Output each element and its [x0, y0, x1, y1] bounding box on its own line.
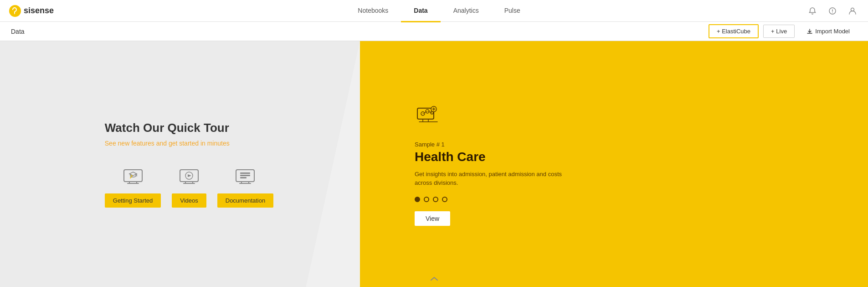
documentation-icon [232, 163, 258, 189]
documentation-button[interactable]: Documentation [217, 193, 273, 208]
dot-indicators [415, 197, 570, 202]
page-title: Data [11, 28, 709, 35]
download-icon [806, 28, 813, 35]
user-profile-icon[interactable] [846, 5, 859, 17]
left-panel: Watch Our Quick Tour See new features an… [0, 41, 360, 287]
nav-analytics[interactable]: Analytics [441, 0, 492, 22]
videos-button[interactable]: Videos [172, 193, 206, 208]
svg-rect-9 [240, 172, 250, 174]
dot-3[interactable] [433, 197, 438, 202]
svg-rect-11 [240, 177, 247, 178]
sub-bar: Data + ElastiCube + Live Import Model [0, 22, 868, 41]
tour-subtitle: See new features and get started in minu… [105, 140, 273, 147]
svg-point-14 [426, 110, 429, 113]
nav-pulse[interactable]: Pulse [492, 0, 533, 22]
svg-point-1 [14, 13, 15, 14]
videos-action: Videos [172, 163, 206, 208]
top-navigation: sisense Notebooks Data Analytics Pulse [0, 0, 868, 22]
documentation-action: Documentation [217, 163, 273, 208]
sample-label: Sample # 1 [415, 141, 570, 148]
main-content: Watch Our Quick Tour See new features an… [0, 41, 868, 287]
sample-description: Get insights into admission, patient adm… [415, 170, 570, 188]
nav-notebooks[interactable]: Notebooks [345, 0, 401, 22]
import-model-button[interactable]: Import Model [799, 25, 857, 37]
alerts-icon[interactable] [826, 5, 839, 17]
dot-1[interactable] [415, 197, 420, 202]
getting-started-action: Getting Started [105, 163, 161, 208]
sample-title: Health Care [415, 150, 570, 164]
nav-links: Notebooks Data Analytics Pulse [72, 0, 806, 22]
live-button[interactable]: + Live [763, 25, 795, 38]
notifications-icon[interactable] [806, 5, 819, 17]
sub-bar-actions: + ElastiCube + Live Import Model [709, 24, 857, 38]
dot-2[interactable] [424, 197, 429, 202]
getting-started-icon [120, 163, 146, 189]
videos-icon [176, 163, 202, 189]
scroll-indicator[interactable] [430, 276, 438, 282]
right-panel: Sample # 1 Health Care Get insights into… [360, 41, 868, 287]
tour-title: Watch Our Quick Tour [105, 121, 273, 135]
logo-text: sisense [24, 6, 54, 16]
quick-actions: Getting Started Videos [105, 163, 273, 208]
chevron-up-icon [430, 276, 438, 282]
view-button[interactable]: View [415, 211, 450, 226]
getting-started-button[interactable]: Getting Started [105, 193, 161, 208]
nav-data[interactable]: Data [401, 0, 440, 22]
nav-right-icons [806, 5, 859, 17]
elasticube-button[interactable]: + ElastiCube [709, 24, 759, 38]
svg-point-3 [832, 12, 833, 13]
sample-card: Sample # 1 Health Care Get insights into… [415, 103, 570, 226]
svg-rect-10 [240, 175, 250, 176]
svg-point-0 [9, 5, 21, 17]
sample-data-icon [415, 103, 570, 132]
sisense-logo-icon [9, 5, 21, 17]
logo[interactable]: sisense [9, 5, 54, 17]
dot-4[interactable] [442, 197, 447, 202]
